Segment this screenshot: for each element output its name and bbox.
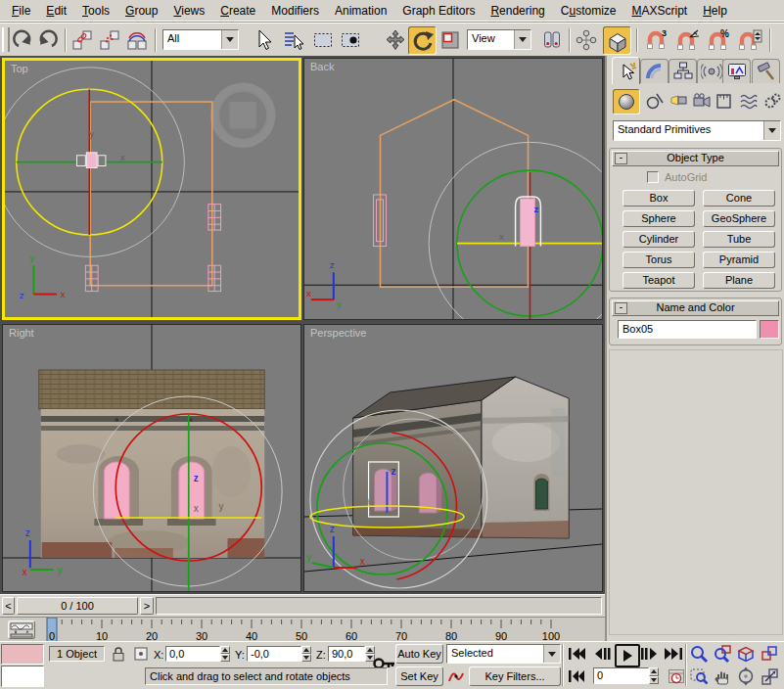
menu-item-customize[interactable]: Customize xyxy=(553,2,624,20)
min-max-toggle-icon[interactable] xyxy=(759,666,780,686)
viewport-right[interactable]: Right xyxy=(2,324,301,592)
select-object-icon[interactable] xyxy=(249,26,275,53)
autogrid-checkbox[interactable] xyxy=(647,171,659,183)
key-filters-button[interactable]: Key Filters... xyxy=(469,666,561,686)
object-name-input[interactable]: Box05 xyxy=(620,322,755,337)
menu-item-views[interactable]: Views xyxy=(165,2,212,20)
pan-hand-icon[interactable] xyxy=(712,666,733,686)
select-and-manipulate-icon[interactable] xyxy=(573,26,599,53)
time-slider-track[interactable] xyxy=(156,597,602,615)
viewport-top[interactable]: Top y x z xyxy=(2,58,301,320)
menu-item-animation[interactable]: Animation xyxy=(327,2,394,20)
primitive-pyramid-button[interactable]: Pyramid xyxy=(703,252,775,268)
rectangular-selection-region-icon[interactable] xyxy=(309,26,336,53)
percent-snap-icon[interactable]: % xyxy=(705,26,731,53)
category-geometry-icon[interactable] xyxy=(613,89,640,115)
time-configuration-icon[interactable] xyxy=(666,666,686,686)
chevron-down-icon[interactable] xyxy=(543,645,560,663)
window-wireframes[interactable] xyxy=(85,205,220,292)
x-spinner[interactable] xyxy=(220,646,230,662)
tab-motion[interactable] xyxy=(697,59,725,83)
play-icon[interactable] xyxy=(615,644,640,667)
tab-utilities[interactable] xyxy=(752,59,780,83)
auto-key-button[interactable]: Auto Key xyxy=(395,644,443,664)
zoom-region-icon[interactable] xyxy=(688,666,710,686)
object-color-swatch[interactable] xyxy=(760,320,779,339)
primitive-torus-button[interactable]: Torus xyxy=(623,252,695,268)
primitive-teapot-button[interactable]: Teapot xyxy=(623,272,695,289)
use-pivot-point-center-icon[interactable] xyxy=(538,26,565,53)
chevron-down-icon[interactable] xyxy=(514,30,530,49)
frame-spinner[interactable] xyxy=(649,667,659,684)
maxscript-mini-listener-macro[interactable] xyxy=(1,644,44,665)
undo-icon[interactable] xyxy=(8,26,34,53)
zoom-all-icon[interactable] xyxy=(712,644,733,664)
viewport-label[interactable]: Right xyxy=(9,327,34,339)
tab-modify[interactable] xyxy=(640,59,669,83)
selection-filter-dropdown[interactable]: All xyxy=(162,29,239,50)
x-value-field[interactable]: 0,0 xyxy=(165,646,220,662)
category-helpers-icon[interactable] xyxy=(713,89,735,113)
primitive-geosphere-button[interactable]: GeoSphere xyxy=(703,210,775,227)
primitive-tube-button[interactable]: Tube xyxy=(703,231,775,248)
absolute-mode-icon[interactable] xyxy=(130,645,152,663)
zoom-icon[interactable] xyxy=(688,644,710,664)
tab-create[interactable] xyxy=(612,57,640,84)
viewport-label[interactable]: Perspective xyxy=(310,327,366,339)
arc-rotate-icon[interactable] xyxy=(735,666,757,686)
set-key-button[interactable]: Set Key xyxy=(395,666,443,686)
reference-coordinate-dropdown[interactable]: View xyxy=(467,29,531,50)
category-systems-icon[interactable] xyxy=(761,89,783,113)
z-value-field[interactable]: 90,0 xyxy=(328,646,365,662)
key-tangent-icon[interactable] xyxy=(446,666,466,686)
redo-icon[interactable] xyxy=(35,26,62,53)
menu-item-help[interactable]: Help xyxy=(695,2,735,20)
viewport-label[interactable]: Back xyxy=(310,61,334,72)
previous-frame-icon[interactable] xyxy=(593,644,613,664)
frame-number-field[interactable]: 0 xyxy=(593,667,649,684)
chevron-down-icon[interactable] xyxy=(763,121,780,140)
menu-item-file[interactable]: File xyxy=(4,2,38,20)
collapse-icon[interactable]: - xyxy=(615,153,627,164)
category-cameras-icon[interactable] xyxy=(690,89,713,113)
perspective-viewport-canvas[interactable]: z y x z y x xyxy=(304,325,602,591)
y-spinner[interactable] xyxy=(301,646,311,662)
selected-object[interactable] xyxy=(77,153,106,168)
green-window[interactable] xyxy=(535,479,547,509)
select-and-scale-icon[interactable] xyxy=(437,26,463,53)
object-type-rollout-title[interactable]: - Object Type xyxy=(612,151,779,166)
angle-snap-icon[interactable] xyxy=(673,26,700,53)
selection-lock-icon[interactable] xyxy=(109,645,128,663)
category-lights-icon[interactable] xyxy=(668,89,690,113)
y-value-field[interactable]: -0,0 xyxy=(247,646,301,662)
go-to-start-icon[interactable] xyxy=(566,644,589,664)
right-viewport-canvas[interactable]: z x y z x y xyxy=(3,325,300,591)
maxscript-mini-listener[interactable] xyxy=(1,666,44,687)
tab-display[interactable] xyxy=(722,59,751,83)
back-viewport-canvas[interactable]: z x z x y xyxy=(304,59,602,319)
menu-item-tools[interactable]: Tools xyxy=(74,2,117,20)
viewport-back[interactable]: Back z x xyxy=(303,58,603,320)
primitive-plane-button[interactable]: Plane xyxy=(703,272,775,289)
chevron-down-icon[interactable] xyxy=(221,30,238,49)
go-to-end-icon[interactable] xyxy=(662,644,685,664)
previous-frame-button[interactable]: < xyxy=(2,597,15,615)
viewport-nav-widget[interactable] xyxy=(210,82,276,147)
house-wall-texture[interactable] xyxy=(39,370,264,558)
house-wireframe[interactable] xyxy=(380,100,528,288)
select-and-move-icon[interactable] xyxy=(382,26,408,53)
zoom-extents-icon[interactable] xyxy=(735,644,757,664)
menu-item-create[interactable]: Create xyxy=(212,2,263,20)
primitive-cone-button[interactable]: Cone xyxy=(703,190,775,207)
menu-item-maxscript[interactable]: MAXScript xyxy=(624,2,696,20)
primitive-box-button[interactable]: Box xyxy=(623,190,695,207)
time-mode-dropdown[interactable]: Selected xyxy=(446,644,561,664)
name-and-color-rollout-title[interactable]: - Name and Color xyxy=(612,300,779,316)
key-mode-toggle-icon[interactable] xyxy=(566,666,589,686)
category-shapes-icon[interactable] xyxy=(643,89,666,113)
spinner-snap-icon[interactable] xyxy=(736,26,762,53)
viewport-perspective[interactable]: Perspective xyxy=(303,324,603,592)
unlink-selection-icon[interactable] xyxy=(96,26,122,53)
menu-item-edit[interactable]: Edit xyxy=(38,2,74,20)
menu-item-rendering[interactable]: Rendering xyxy=(483,2,552,20)
